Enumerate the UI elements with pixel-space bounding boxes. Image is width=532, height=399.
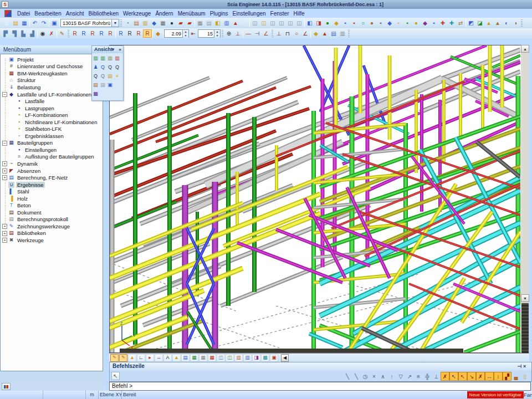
menu-werkzeuge[interactable]: Werkzeuge — [121, 10, 153, 17]
tree-item-label[interactable]: Stahlbeton-LFK — [24, 126, 63, 132]
pal3-icon-1[interactable]: ▤ — [99, 80, 106, 89]
tb1h0-icon-7[interactable]: ▰ — [185, 19, 194, 27]
vptb-icon-14[interactable]: ▥ — [234, 354, 243, 362]
tb1h0-icon-5[interactable]: ● — [167, 19, 176, 27]
tb1h4-icon-0[interactable]: ◩ — [467, 19, 475, 27]
snap-icon-1[interactable]: ╲ — [352, 372, 361, 381]
vptb-icon-0[interactable]: ✎ — [110, 354, 119, 362]
tb2g0-icon-3[interactable]: ▟ — [28, 29, 37, 38]
tree-item-nichtlineare-lf-kombinationen[interactable]: ▪Nichtlineare LF-Kombinationen — [1, 119, 103, 126]
tb1h0-icon-0[interactable]: ◔ — [123, 19, 132, 27]
snap-icon-2[interactable]: ◷ — [361, 372, 370, 381]
tree-item-label[interactable]: Lastfälle — [24, 98, 45, 104]
tb2g3-icon-0[interactable]: R — [70, 29, 79, 38]
cursor-tool-button[interactable]: ↖ — [111, 372, 120, 380]
vptb-icon-13[interactable]: ◫ — [226, 354, 234, 362]
3d-viewport[interactable]: ZYX — [109, 45, 521, 353]
tb1h0-icon-6[interactable]: ▰ — [176, 19, 185, 27]
tb2h2-icon-1[interactable]: ⊓ — [283, 29, 292, 38]
pal0-icon-2[interactable]: ▥ — [106, 54, 114, 63]
snap-icon-20[interactable]: ▯ — [520, 372, 529, 381]
scale-up-icon[interactable]: ▲ — [214, 30, 220, 34]
project-combo-dropdown-icon[interactable]: ▼ — [112, 19, 119, 27]
tree-item-label[interactable]: Ergebnisklassen — [24, 133, 65, 139]
zoom-up-icon[interactable]: ▲ — [183, 30, 188, 34]
tree-item-lastf-lle-und-lf-kombinationen[interactable]: −◆Lastfälle und LF-Kombinationen — [1, 91, 103, 98]
pal0-icon-1[interactable]: ▥ — [99, 54, 106, 63]
tb1h1-icon-3[interactable]: ▥ — [222, 19, 231, 27]
tb2h2-icon-0[interactable]: ⊥ — [274, 29, 283, 38]
status-plane[interactable]: Ebene XY — [99, 391, 122, 399]
tb1h3-icon-0[interactable]: ◧ — [305, 19, 314, 27]
tb1h3-icon-13[interactable]: ◆ — [421, 19, 429, 27]
tb2g0-icon-0[interactable]: ▛ — [1, 29, 10, 38]
tb1h3-icon-7[interactable]: ● — [367, 19, 376, 27]
pal0-icon-0[interactable]: ▥ — [92, 54, 99, 63]
viewport-vscrollbar[interactable]: ▲ ▼ — [521, 45, 529, 353]
zoom-spinner[interactable]: 2.09 — [164, 29, 183, 38]
pal1-icon-3[interactable]: Q — [114, 63, 121, 71]
menu-hilfe[interactable]: Hilfe — [291, 10, 306, 17]
status-unit[interactable]: m — [86, 391, 99, 399]
palette-close-icon[interactable]: × — [119, 47, 121, 52]
tb1h3-icon-5[interactable]: ▪ — [350, 19, 359, 27]
tb2h1-icon-0[interactable]: — — [244, 29, 253, 38]
tb2g2-icon-0[interactable]: ✎ — [58, 29, 66, 38]
pal2-icon-1[interactable]: Q — [99, 71, 106, 80]
pal3-icon-0[interactable]: ▤ — [92, 80, 99, 89]
pal4-icon-0[interactable]: ▩ — [92, 89, 99, 98]
tree-item-stahl[interactable]: ▌Stahl — [1, 188, 103, 195]
save-icon[interactable]: ▦ — [20, 19, 29, 27]
tree-item-zeichnungswerkzeuge[interactable]: +✎Zeichnungswerkzeuge — [1, 223, 103, 230]
tree-item-auflistung-der-bauteilgruppen[interactable]: ≡Auflistung der Bauteilgruppen — [1, 154, 103, 161]
pal2-icon-0[interactable]: Q — [92, 71, 99, 80]
tb2g1-icon-0[interactable]: ◉ — [38, 29, 47, 38]
collapse-icon[interactable]: − — [2, 141, 7, 146]
vptb-icon-18[interactable]: ▣ — [270, 354, 278, 362]
tree-item-label[interactable]: Stahl — [16, 188, 30, 195]
new-file-icon[interactable]: ▯ — [2, 19, 11, 27]
vptb-icon-8[interactable]: ▤ — [181, 354, 190, 362]
tb2h2-icon-3[interactable]: ∠ — [301, 29, 310, 38]
tb1h3-icon-14[interactable]: ▪ — [429, 19, 438, 27]
snap-icon-12[interactable]: ↖ — [449, 372, 458, 381]
collapse-icon[interactable]: − — [2, 92, 7, 97]
tree-item-label[interactable]: Bauteilgruppen — [16, 140, 54, 146]
tb1h3-icon-3[interactable]: ◆ — [332, 19, 341, 27]
tree-item-bibliotheken[interactable]: +▤Bibliotheken — [1, 230, 103, 237]
tree-item-label[interactable]: Lastgruppen — [24, 105, 55, 111]
tree-item-label[interactable]: Nichtlineare LF-Kombinationen — [24, 119, 98, 125]
tb1h3-icon-12[interactable]: ● — [412, 19, 421, 27]
tb2g4-icon-3[interactable]: R — [143, 29, 152, 38]
tree-item-werkzeuge[interactable]: +✖Werkzeuge — [1, 237, 103, 244]
tb2g3-icon-1[interactable]: R — [79, 29, 88, 38]
title-bar[interactable]: S Scia Engineer 14.0.115 - [13015 BASF R… — [0, 0, 532, 9]
tb1h1-icon-2[interactable]: ◧ — [213, 19, 222, 27]
pal2-icon-2[interactable]: ▤ — [106, 71, 114, 80]
command-input[interactable]: Befehl > — [109, 382, 531, 391]
tb2g5-icon-0[interactable]: ◆ — [154, 29, 162, 38]
tree-item-label[interactable]: Dynamik — [16, 161, 39, 167]
tb1h2-icon-4[interactable]: ◫ — [286, 19, 295, 27]
tb1h3-icon-16[interactable]: ✚ — [447, 19, 456, 27]
vptb-icon-15[interactable]: ▥ — [243, 354, 252, 362]
tb1h3-icon-9[interactable]: ◆ — [385, 19, 394, 27]
layout-icon[interactable]: ▣ — [50, 19, 59, 27]
tb2h2-icon-2[interactable]: ○ — [292, 29, 301, 38]
pin-icon[interactable]: ⊤ — [516, 364, 521, 369]
snap-icon-17[interactable]: ↕ — [494, 372, 503, 381]
tree-item-struktur[interactable]: ⌂Struktur — [1, 77, 103, 84]
tree-item-lf-kombinationen[interactable]: ▪LF-Kombinationen — [1, 111, 103, 119]
vptb-icon-7[interactable]: ▲ — [172, 354, 181, 362]
vptb-icon-6[interactable]: A — [163, 354, 172, 362]
tb1h3-icon-11[interactable]: ▪ — [403, 19, 412, 27]
snap-icon-8[interactable]: ≡ — [414, 372, 423, 381]
tree-item-belastung[interactable]: ⇓Belastung — [1, 84, 103, 91]
tb2g3-icon-4[interactable]: R — [106, 29, 115, 38]
tb2g4-icon-0[interactable]: R — [116, 29, 125, 38]
close-icon[interactable]: × — [523, 364, 528, 369]
tb2h0-icon-1[interactable]: ⊥ — [233, 29, 242, 38]
tree-item-label[interactable]: Berechnungsprotokoll — [16, 216, 69, 222]
tb1h1-icon-1[interactable]: ▤ — [204, 19, 213, 27]
tree-item-label[interactable]: Absenzen — [16, 168, 42, 174]
